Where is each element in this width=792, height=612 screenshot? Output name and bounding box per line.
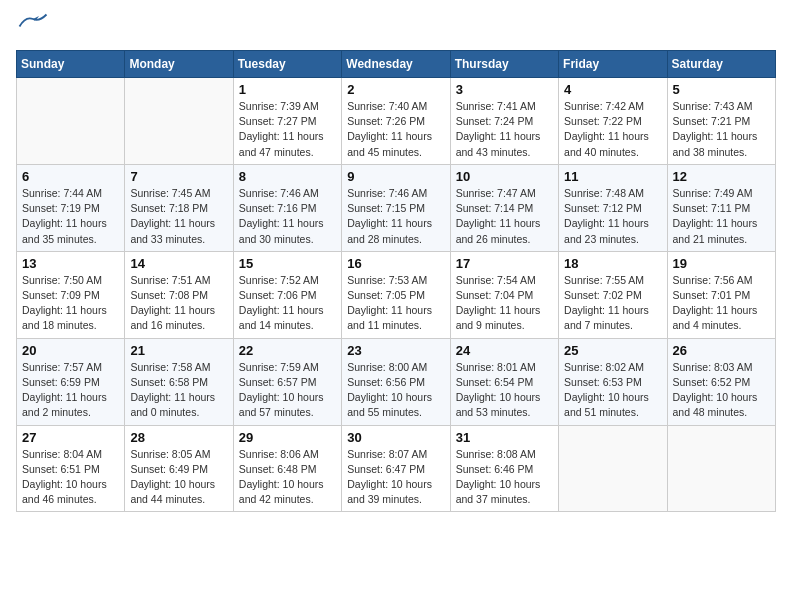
calendar-cell: 9Sunrise: 7:46 AM Sunset: 7:15 PM Daylig… (342, 164, 450, 251)
calendar-cell: 19Sunrise: 7:56 AM Sunset: 7:01 PM Dayli… (667, 251, 775, 338)
day-info: Sunrise: 7:52 AM Sunset: 7:06 PM Dayligh… (239, 273, 336, 334)
calendar-cell (125, 78, 233, 165)
calendar-cell: 3Sunrise: 7:41 AM Sunset: 7:24 PM Daylig… (450, 78, 558, 165)
col-header-wednesday: Wednesday (342, 51, 450, 78)
day-info: Sunrise: 7:41 AM Sunset: 7:24 PM Dayligh… (456, 99, 553, 160)
day-number: 30 (347, 430, 444, 445)
calendar-cell: 6Sunrise: 7:44 AM Sunset: 7:19 PM Daylig… (17, 164, 125, 251)
col-header-friday: Friday (559, 51, 667, 78)
calendar-cell: 23Sunrise: 8:00 AM Sunset: 6:56 PM Dayli… (342, 338, 450, 425)
day-number: 22 (239, 343, 336, 358)
day-info: Sunrise: 7:44 AM Sunset: 7:19 PM Dayligh… (22, 186, 119, 247)
day-info: Sunrise: 8:03 AM Sunset: 6:52 PM Dayligh… (673, 360, 770, 421)
calendar-cell: 16Sunrise: 7:53 AM Sunset: 7:05 PM Dayli… (342, 251, 450, 338)
day-info: Sunrise: 8:00 AM Sunset: 6:56 PM Dayligh… (347, 360, 444, 421)
day-info: Sunrise: 8:08 AM Sunset: 6:46 PM Dayligh… (456, 447, 553, 508)
calendar-cell: 18Sunrise: 7:55 AM Sunset: 7:02 PM Dayli… (559, 251, 667, 338)
day-number: 27 (22, 430, 119, 445)
calendar-cell: 20Sunrise: 7:57 AM Sunset: 6:59 PM Dayli… (17, 338, 125, 425)
day-number: 11 (564, 169, 661, 184)
calendar-cell: 10Sunrise: 7:47 AM Sunset: 7:14 PM Dayli… (450, 164, 558, 251)
calendar-cell: 1Sunrise: 7:39 AM Sunset: 7:27 PM Daylig… (233, 78, 341, 165)
day-number: 19 (673, 256, 770, 271)
day-info: Sunrise: 8:01 AM Sunset: 6:54 PM Dayligh… (456, 360, 553, 421)
day-number: 4 (564, 82, 661, 97)
day-info: Sunrise: 7:55 AM Sunset: 7:02 PM Dayligh… (564, 273, 661, 334)
day-number: 7 (130, 169, 227, 184)
day-number: 1 (239, 82, 336, 97)
day-info: Sunrise: 7:47 AM Sunset: 7:14 PM Dayligh… (456, 186, 553, 247)
calendar-cell: 4Sunrise: 7:42 AM Sunset: 7:22 PM Daylig… (559, 78, 667, 165)
col-header-tuesday: Tuesday (233, 51, 341, 78)
calendar-cell: 12Sunrise: 7:49 AM Sunset: 7:11 PM Dayli… (667, 164, 775, 251)
calendar-week-row: 6Sunrise: 7:44 AM Sunset: 7:19 PM Daylig… (17, 164, 776, 251)
day-number: 5 (673, 82, 770, 97)
col-header-monday: Monday (125, 51, 233, 78)
day-number: 10 (456, 169, 553, 184)
day-info: Sunrise: 7:58 AM Sunset: 6:58 PM Dayligh… (130, 360, 227, 421)
day-info: Sunrise: 7:43 AM Sunset: 7:21 PM Dayligh… (673, 99, 770, 160)
calendar-cell: 24Sunrise: 8:01 AM Sunset: 6:54 PM Dayli… (450, 338, 558, 425)
day-info: Sunrise: 7:53 AM Sunset: 7:05 PM Dayligh… (347, 273, 444, 334)
day-number: 17 (456, 256, 553, 271)
day-number: 16 (347, 256, 444, 271)
calendar-header-row: SundayMondayTuesdayWednesdayThursdayFrid… (17, 51, 776, 78)
day-number: 24 (456, 343, 553, 358)
day-number: 14 (130, 256, 227, 271)
day-number: 23 (347, 343, 444, 358)
calendar-cell: 13Sunrise: 7:50 AM Sunset: 7:09 PM Dayli… (17, 251, 125, 338)
calendar-cell (667, 425, 775, 512)
calendar-cell: 15Sunrise: 7:52 AM Sunset: 7:06 PM Dayli… (233, 251, 341, 338)
day-info: Sunrise: 7:51 AM Sunset: 7:08 PM Dayligh… (130, 273, 227, 334)
col-header-sunday: Sunday (17, 51, 125, 78)
page-header (16, 16, 776, 38)
day-info: Sunrise: 8:07 AM Sunset: 6:47 PM Dayligh… (347, 447, 444, 508)
day-info: Sunrise: 7:50 AM Sunset: 7:09 PM Dayligh… (22, 273, 119, 334)
day-number: 13 (22, 256, 119, 271)
calendar-table: SundayMondayTuesdayWednesdayThursdayFrid… (16, 50, 776, 512)
calendar-cell: 30Sunrise: 8:07 AM Sunset: 6:47 PM Dayli… (342, 425, 450, 512)
day-info: Sunrise: 7:42 AM Sunset: 7:22 PM Dayligh… (564, 99, 661, 160)
calendar-cell: 31Sunrise: 8:08 AM Sunset: 6:46 PM Dayli… (450, 425, 558, 512)
day-info: Sunrise: 7:39 AM Sunset: 7:27 PM Dayligh… (239, 99, 336, 160)
day-number: 3 (456, 82, 553, 97)
day-info: Sunrise: 8:05 AM Sunset: 6:49 PM Dayligh… (130, 447, 227, 508)
day-info: Sunrise: 7:59 AM Sunset: 6:57 PM Dayligh… (239, 360, 336, 421)
calendar-cell: 29Sunrise: 8:06 AM Sunset: 6:48 PM Dayli… (233, 425, 341, 512)
calendar-cell (17, 78, 125, 165)
logo-bird-icon (18, 13, 48, 31)
day-number: 29 (239, 430, 336, 445)
day-number: 28 (130, 430, 227, 445)
col-header-saturday: Saturday (667, 51, 775, 78)
day-number: 15 (239, 256, 336, 271)
day-info: Sunrise: 7:46 AM Sunset: 7:16 PM Dayligh… (239, 186, 336, 247)
calendar-cell: 22Sunrise: 7:59 AM Sunset: 6:57 PM Dayli… (233, 338, 341, 425)
calendar-cell: 5Sunrise: 7:43 AM Sunset: 7:21 PM Daylig… (667, 78, 775, 165)
day-number: 18 (564, 256, 661, 271)
day-number: 20 (22, 343, 119, 358)
logo (16, 16, 48, 38)
day-number: 9 (347, 169, 444, 184)
calendar-week-row: 20Sunrise: 7:57 AM Sunset: 6:59 PM Dayli… (17, 338, 776, 425)
day-number: 26 (673, 343, 770, 358)
day-info: Sunrise: 7:49 AM Sunset: 7:11 PM Dayligh… (673, 186, 770, 247)
calendar-cell: 26Sunrise: 8:03 AM Sunset: 6:52 PM Dayli… (667, 338, 775, 425)
day-info: Sunrise: 7:40 AM Sunset: 7:26 PM Dayligh… (347, 99, 444, 160)
day-info: Sunrise: 8:06 AM Sunset: 6:48 PM Dayligh… (239, 447, 336, 508)
calendar-cell: 14Sunrise: 7:51 AM Sunset: 7:08 PM Dayli… (125, 251, 233, 338)
day-info: Sunrise: 7:48 AM Sunset: 7:12 PM Dayligh… (564, 186, 661, 247)
calendar-week-row: 1Sunrise: 7:39 AM Sunset: 7:27 PM Daylig… (17, 78, 776, 165)
calendar-cell: 11Sunrise: 7:48 AM Sunset: 7:12 PM Dayli… (559, 164, 667, 251)
day-number: 31 (456, 430, 553, 445)
day-info: Sunrise: 7:57 AM Sunset: 6:59 PM Dayligh… (22, 360, 119, 421)
day-info: Sunrise: 7:46 AM Sunset: 7:15 PM Dayligh… (347, 186, 444, 247)
calendar-cell: 28Sunrise: 8:05 AM Sunset: 6:49 PM Dayli… (125, 425, 233, 512)
calendar-week-row: 27Sunrise: 8:04 AM Sunset: 6:51 PM Dayli… (17, 425, 776, 512)
day-info: Sunrise: 8:02 AM Sunset: 6:53 PM Dayligh… (564, 360, 661, 421)
day-info: Sunrise: 7:45 AM Sunset: 7:18 PM Dayligh… (130, 186, 227, 247)
col-header-thursday: Thursday (450, 51, 558, 78)
day-number: 6 (22, 169, 119, 184)
calendar-cell: 21Sunrise: 7:58 AM Sunset: 6:58 PM Dayli… (125, 338, 233, 425)
calendar-cell: 17Sunrise: 7:54 AM Sunset: 7:04 PM Dayli… (450, 251, 558, 338)
day-info: Sunrise: 8:04 AM Sunset: 6:51 PM Dayligh… (22, 447, 119, 508)
